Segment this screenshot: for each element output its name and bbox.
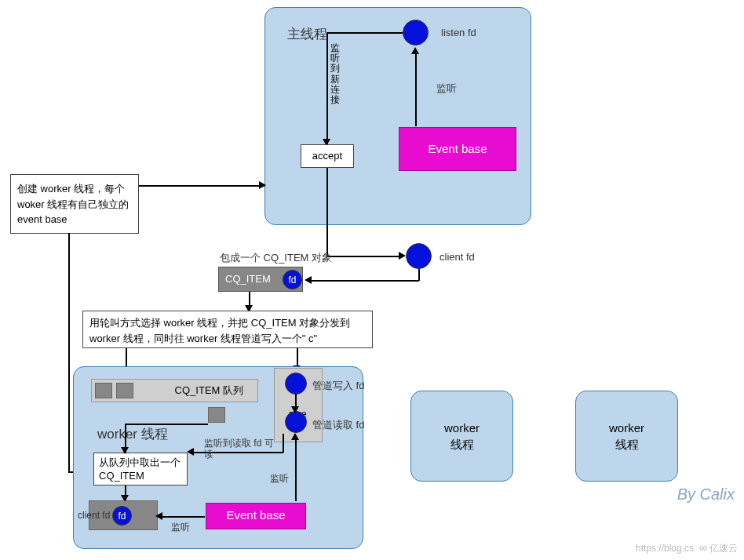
client-fd-label: client fd bbox=[439, 251, 475, 263]
arrow-eb-cfd-head bbox=[155, 512, 162, 520]
cq-fd-circle: fd bbox=[283, 270, 302, 289]
arrow-eb-pipe bbox=[295, 437, 297, 501]
arrow-accept-client-head bbox=[399, 252, 406, 260]
credit-text: By Calix bbox=[677, 485, 735, 504]
pipe-read-label: 管道读取 fd bbox=[312, 418, 364, 432]
arrow-accept-client-v bbox=[326, 168, 328, 256]
arrow-client-cq-h bbox=[309, 280, 419, 282]
main-thread-title: 主线程 bbox=[287, 25, 327, 43]
listen-label: 监听 bbox=[436, 82, 457, 96]
worker-panel-3: worker线程 bbox=[575, 391, 678, 482]
arrow-pipew-piper-head bbox=[291, 406, 299, 413]
arrow-note-main-head bbox=[259, 181, 266, 189]
arrow-queue-take-head bbox=[121, 447, 129, 454]
arrow-note-worker-v bbox=[68, 233, 70, 472]
arrow-listen-accept-v bbox=[326, 32, 328, 144]
pipe-write-label: 管道写入 fd bbox=[312, 379, 364, 393]
queue-item-small bbox=[208, 407, 225, 423]
event-base-main: Event base bbox=[399, 127, 516, 171]
distribute-box: 用轮叫方式选择 worker 线程，并把 CQ_ITEM 对象分发到 worke… bbox=[82, 311, 373, 348]
arrow-readable-head bbox=[187, 448, 194, 456]
arrow-eb-listen bbox=[415, 52, 417, 126]
client-fd-text: client fd bbox=[78, 510, 110, 521]
arrow-eb-pipe-head bbox=[291, 433, 299, 440]
wrap-label: 包成一个 CQ_ITEM 对象 bbox=[220, 251, 332, 265]
queue-item-icon bbox=[95, 383, 112, 398]
note-create-worker: 创建 worker 线程，每个 woker 线程有自己独立的 event bas… bbox=[10, 174, 139, 234]
pipe-read-circle bbox=[285, 411, 307, 433]
pipe-write-circle bbox=[285, 373, 307, 395]
arrow-accept-client-h bbox=[326, 256, 401, 257]
readable-label: 监听到读取 fd 可读 bbox=[204, 438, 275, 460]
watermark: https://blog.cs ∞ 亿速云 bbox=[636, 541, 738, 555]
arrow-listen-accept-h bbox=[326, 32, 403, 34]
arrow-client-cq-v bbox=[418, 269, 420, 281]
arrow-eb-listen-head bbox=[411, 47, 419, 54]
client-fd-inner-circle: fd bbox=[112, 506, 132, 525]
worker-2-label: worker线程 bbox=[411, 391, 512, 453]
client-fd-circle bbox=[406, 243, 432, 269]
arrow-queue-take-h bbox=[125, 424, 208, 425]
take-cq-item-box: 从队列中取出一个 CQ_ITEM bbox=[93, 453, 188, 485]
worker-panel-2: worker线程 bbox=[410, 391, 513, 482]
arrow-client-cq-head bbox=[305, 276, 312, 284]
queue-item-icon bbox=[116, 383, 133, 398]
listen-fd-label: listen fd bbox=[441, 27, 476, 38]
accept-box: accept bbox=[301, 144, 354, 168]
listen-fd-circle bbox=[403, 20, 429, 45]
event-base-worker: Event base bbox=[206, 503, 306, 529]
listen-cfd-label: 监听 bbox=[171, 521, 190, 534]
arrow-readable-v bbox=[283, 434, 284, 453]
new-conn-label: 监听到新连接 bbox=[330, 43, 341, 105]
worker-title: worker 线程 bbox=[97, 425, 168, 443]
listen-pipe-label: 监听 bbox=[270, 472, 289, 485]
arrow-eb-cfd bbox=[159, 516, 205, 518]
worker-3-label: worker线程 bbox=[576, 391, 677, 453]
arrow-note-main bbox=[139, 185, 264, 187]
